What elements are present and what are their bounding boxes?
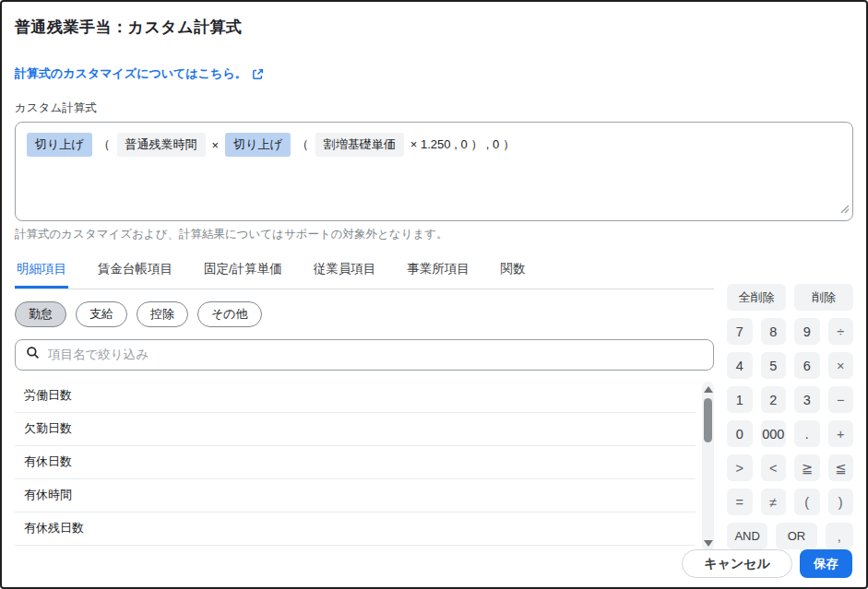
- help-link-label: 計算式のカスタマイズについてはこちら。: [15, 65, 247, 82]
- formula-token-item[interactable]: 割増基礎単価: [315, 133, 404, 157]
- key-0[interactable]: 0: [727, 420, 753, 447]
- main-area: 明細項目 賃金台帳項目 固定/計算単価 従業員項目 事業所項目 関数 勤怠 支給…: [15, 253, 853, 549]
- formula-label: カスタム計算式: [15, 100, 853, 116]
- formula-token-line: 切り上げ （ 普通残業時間 × 切り上げ （ 割増基礎単価 × 1.250 , …: [27, 133, 841, 157]
- category-tabs: 明細項目 賃金台帳項目 固定/計算単価 従業員項目 事業所項目 関数: [15, 253, 714, 289]
- resize-handle-icon[interactable]: [840, 201, 850, 218]
- calculator-pad: 全削除 削除 7 8 9 ÷ 4 5 6 × 1 2 3 − 0: [727, 253, 853, 549]
- save-button[interactable]: 保存: [800, 549, 852, 578]
- key-decimal[interactable]: .: [794, 420, 820, 447]
- key-plus[interactable]: +: [828, 420, 854, 447]
- formula-token-paren: （: [297, 136, 309, 153]
- help-link[interactable]: 計算式のカスタマイズについてはこちら。: [15, 65, 264, 82]
- key-6[interactable]: 6: [794, 352, 820, 379]
- search-icon: [26, 346, 40, 363]
- key-7[interactable]: 7: [727, 318, 753, 345]
- formula-editor[interactable]: 切り上げ （ 普通残業時間 × 切り上げ （ 割増基礎単価 × 1.250 , …: [15, 122, 853, 221]
- key-greater[interactable]: >: [727, 454, 753, 481]
- formula-token-paren: （: [99, 136, 111, 153]
- key-equal[interactable]: =: [727, 489, 753, 515]
- list-scrollbar[interactable]: [702, 382, 714, 551]
- tab-meisai-koumoku[interactable]: 明細項目: [15, 253, 68, 289]
- key-1[interactable]: 1: [727, 386, 753, 413]
- key-3[interactable]: 3: [794, 386, 820, 413]
- footer-actions: キャンセル 保存: [682, 549, 852, 578]
- key-8[interactable]: 8: [761, 318, 787, 345]
- key-5[interactable]: 5: [761, 352, 787, 379]
- formula-token-operator: ×: [212, 138, 220, 152]
- custom-formula-dialog: 普通残業手当：カスタム計算式 計算式のカスタマイズについてはこちら。 カスタム計…: [0, 0, 868, 589]
- key-2[interactable]: 2: [761, 386, 787, 413]
- key-not-equal[interactable]: ≠: [761, 489, 787, 515]
- key-clear-all[interactable]: 全削除: [727, 284, 786, 311]
- scroll-up-icon[interactable]: [704, 386, 713, 393]
- key-close-paren[interactable]: ): [828, 489, 854, 515]
- key-000[interactable]: 000: [761, 420, 787, 447]
- formula-token-item[interactable]: 普通残業時間: [117, 133, 206, 157]
- search-box: [15, 339, 714, 371]
- list-item[interactable]: 有休残日数: [15, 512, 696, 546]
- list-item[interactable]: 有休日数: [15, 446, 696, 479]
- list-item[interactable]: 欠勤日数: [15, 413, 696, 446]
- support-note: 計算式のカスタマイズおよび、計算結果についてはサポートの対象外となります。: [15, 227, 853, 242]
- key-less[interactable]: <: [761, 454, 787, 481]
- key-open-paren[interactable]: (: [794, 489, 820, 515]
- key-less-equal[interactable]: ≦: [828, 454, 854, 481]
- filter-kintai[interactable]: 勤怠: [15, 301, 66, 327]
- cancel-button[interactable]: キャンセル: [682, 549, 792, 578]
- key-or[interactable]: OR: [776, 523, 816, 549]
- key-and[interactable]: AND: [727, 523, 767, 549]
- key-multiply[interactable]: ×: [828, 352, 854, 379]
- formula-token-tail: × 1.250 , 0 ） , 0 ）: [410, 136, 515, 153]
- key-divide[interactable]: ÷: [828, 318, 854, 345]
- list-item[interactable]: 有休時間: [15, 479, 696, 512]
- filter-kojo[interactable]: 控除: [137, 301, 188, 327]
- key-minus[interactable]: −: [828, 386, 854, 413]
- key-4[interactable]: 4: [727, 352, 753, 379]
- key-9[interactable]: 9: [794, 318, 820, 345]
- tab-kansu[interactable]: 関数: [499, 253, 528, 289]
- tab-jugyoin-koumoku[interactable]: 従業員項目: [312, 253, 378, 289]
- key-comma[interactable]: ,: [826, 523, 854, 549]
- tab-jigyosho-koumoku[interactable]: 事業所項目: [405, 253, 471, 289]
- scrollbar-thumb[interactable]: [704, 398, 712, 442]
- formula-token-func[interactable]: 切り上げ: [225, 133, 291, 157]
- list-item[interactable]: 労働日数: [15, 380, 696, 413]
- key-clear[interactable]: 削除: [794, 284, 853, 311]
- filter-shikyu[interactable]: 支給: [76, 301, 127, 327]
- external-link-icon: [252, 68, 264, 80]
- formula-token-func[interactable]: 切り上げ: [27, 133, 92, 157]
- search-input[interactable]: [48, 348, 703, 361]
- key-greater-equal[interactable]: ≧: [794, 454, 820, 481]
- filter-pills: 勤怠 支給 控除 その他: [15, 301, 714, 327]
- page-title: 普通残業手当：カスタム計算式: [15, 17, 853, 38]
- tab-chingin-daicho-koumoku[interactable]: 賃金台帳項目: [96, 253, 174, 289]
- item-list: 労働日数 欠勤日数 有休日数 有休時間 有休残日数: [15, 380, 714, 546]
- item-picker-panel: 明細項目 賃金台帳項目 固定/計算単価 従業員項目 事業所項目 関数 勤怠 支給…: [15, 253, 714, 549]
- filter-sonota[interactable]: その他: [197, 301, 262, 327]
- tab-kotei-keisan-tanka[interactable]: 固定/計算単価: [202, 253, 284, 289]
- scroll-down-icon[interactable]: [704, 540, 713, 547]
